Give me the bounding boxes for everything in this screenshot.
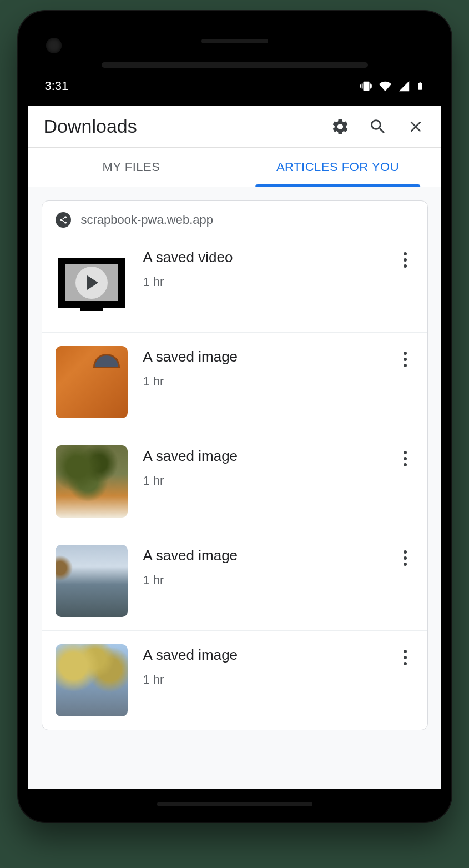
settings-button[interactable]	[330, 117, 350, 137]
item-body: A saved image 1 hr	[143, 346, 381, 389]
header-actions	[330, 117, 426, 137]
status-bar: 3:31	[28, 67, 441, 106]
more-vert-icon	[404, 252, 407, 268]
tabs: MY FILES ARTICLES FOR YOU	[28, 148, 441, 187]
list-item[interactable]: A saved image 1 hr	[42, 432, 427, 531]
tab-my-files[interactable]: MY FILES	[28, 148, 235, 187]
more-vert-icon	[404, 352, 407, 367]
share-icon	[56, 212, 71, 228]
screen: 3:31 Downloads	[28, 67, 441, 789]
list-item[interactable]: A saved image 1 hr	[42, 333, 427, 432]
item-more-button[interactable]	[396, 348, 414, 370]
vibrate-icon	[360, 80, 372, 92]
item-more-button[interactable]	[396, 547, 414, 569]
close-button[interactable]	[406, 117, 426, 137]
item-meta: 1 hr	[143, 673, 381, 687]
item-body: A saved image 1 hr	[143, 644, 381, 687]
status-time: 3:31	[45, 79, 69, 93]
tab-articles-for-you[interactable]: ARTICLES FOR YOU	[235, 148, 441, 187]
item-meta: 1 hr	[143, 573, 381, 588]
phone-camera	[46, 38, 62, 53]
item-title: A saved image	[143, 547, 381, 564]
articles-card: scrapbook-pwa.web.app A saved video 1 hr	[42, 200, 428, 730]
thumbnail-image	[56, 644, 128, 716]
cell-signal-icon	[398, 80, 410, 92]
close-icon	[407, 118, 425, 136]
list-item[interactable]: A saved video 1 hr	[42, 233, 427, 333]
item-more-button[interactable]	[396, 448, 414, 470]
item-title: A saved video	[143, 249, 381, 266]
gear-icon	[331, 117, 350, 136]
more-vert-icon	[404, 650, 407, 665]
list-item[interactable]: A saved image 1 hr	[42, 531, 427, 631]
content: scrapbook-pwa.web.app A saved video 1 hr	[28, 187, 441, 789]
item-body: A saved video 1 hr	[143, 247, 381, 289]
item-title: A saved image	[143, 646, 381, 664]
status-icons	[360, 79, 425, 93]
thumbnail-image	[56, 445, 128, 518]
phone-earpiece	[201, 39, 268, 43]
item-meta: 1 hr	[143, 275, 381, 289]
app-header: Downloads	[28, 106, 441, 148]
item-meta: 1 hr	[143, 474, 381, 488]
phone-frame: 3:31 Downloads	[18, 11, 451, 822]
thumbnail-image	[56, 346, 128, 418]
item-title: A saved image	[143, 448, 381, 465]
battery-icon	[416, 79, 425, 93]
thumbnail-image	[56, 545, 128, 617]
item-title: A saved image	[143, 348, 381, 365]
phone-top-speaker	[102, 62, 368, 68]
item-body: A saved image 1 hr	[143, 545, 381, 588]
item-more-button[interactable]	[396, 646, 414, 669]
card-source: scrapbook-pwa.web.app	[42, 201, 427, 233]
search-button[interactable]	[368, 117, 388, 137]
item-body: A saved image 1 hr	[143, 445, 381, 488]
more-vert-icon	[404, 550, 407, 566]
page-title: Downloads	[44, 116, 137, 137]
list-item[interactable]: A saved image 1 hr	[42, 631, 427, 730]
wifi-icon	[378, 80, 392, 92]
item-more-button[interactable]	[396, 249, 414, 271]
phone-bottom-speaker	[157, 802, 312, 806]
source-label: scrapbook-pwa.web.app	[81, 213, 213, 227]
more-vert-icon	[404, 451, 407, 466]
search-icon	[369, 117, 387, 136]
thumbnail-video	[56, 247, 128, 319]
item-meta: 1 hr	[143, 374, 381, 389]
